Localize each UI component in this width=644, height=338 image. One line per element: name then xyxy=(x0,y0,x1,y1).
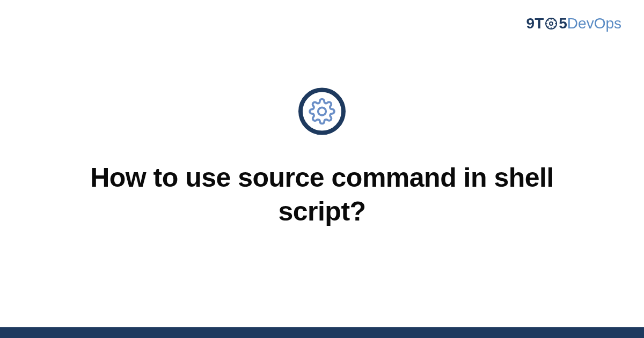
logo-text-devops: DevOps xyxy=(567,15,621,32)
footer-bar xyxy=(0,327,644,338)
main-content: How to use source command in shell scrip… xyxy=(0,88,644,228)
gear-icon-circle xyxy=(298,88,346,135)
page-title: How to use source command in shell scrip… xyxy=(80,161,564,228)
svg-point-1 xyxy=(550,22,553,25)
logo-text-9t: 9T xyxy=(526,15,544,32)
logo-gear-icon xyxy=(545,17,558,30)
logo-text-5: 5 xyxy=(559,15,567,32)
site-logo: 9T 5 DevOps xyxy=(526,15,621,32)
gear-icon xyxy=(309,98,335,125)
